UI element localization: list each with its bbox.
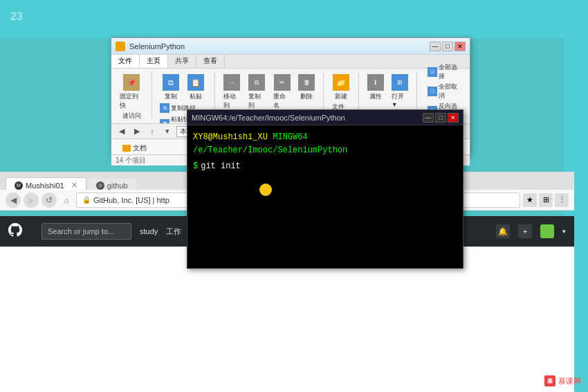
win-controls: — □ ✕ — [430, 42, 466, 51]
back-button[interactable]: ◀ — [116, 125, 128, 138]
select-all-btn[interactable]: ☑ 全部选择 — [425, 62, 464, 82]
tab-label-github: github — [107, 181, 128, 190]
cmd-command-text: git init — [201, 160, 241, 173]
watermark: 慕 慕课网 — [544, 375, 581, 386]
new-folder-label: 新建 — [335, 92, 347, 101]
browser-back-btn[interactable]: ◀ — [6, 193, 21, 208]
minimize-button[interactable]: — — [430, 42, 441, 51]
explorer-sidebar: 文档 图片 Download SeleniumPytho 工作流程 学会Git玩… — [111, 139, 187, 154]
cmd-prompt-symbol: $ — [193, 160, 198, 173]
cmd-close-btn[interactable]: ✕ — [448, 113, 459, 123]
browser-action-icons: ★ ⊞ ⋮ — [523, 193, 569, 207]
properties-icon: ℹ — [367, 74, 384, 91]
open-icon: ⊞ — [392, 74, 408, 91]
more-icon[interactable]: ⋮ — [555, 193, 569, 207]
rename-icon: ✏ — [274, 74, 291, 91]
header-link-work[interactable]: 工作 — [166, 226, 181, 237]
extensions-icon[interactable]: ⊞ — [539, 193, 553, 207]
bookmark-icon[interactable]: ★ — [523, 193, 537, 207]
paste-btn[interactable]: 📋 粘贴 — [185, 73, 207, 103]
cmd-terminal-window: MINGW64:/e/Teacher/Imooc/SeleniumPython … — [187, 109, 463, 269]
teal-background — [0, 0, 588, 38]
move-btn[interactable]: → 移动到 — [221, 73, 244, 112]
status-text: 14 个项目 — [116, 156, 146, 166]
pin-quick-access-btn[interactable]: 📌 固定到快 速访问 — [117, 73, 146, 122]
delete-icon: 🗑 — [298, 74, 315, 91]
browser-forward-btn[interactable]: ▶ — [24, 193, 39, 208]
ribbon-tab-view[interactable]: 查看 — [196, 55, 225, 68]
select-all-label: 全部选择 — [439, 63, 462, 81]
rename-label: 重命名 — [273, 92, 291, 110]
copy2-btn[interactable]: ⧉ 复制到 — [246, 73, 268, 112]
ribbon-group-pin: 📌 固定到快 速访问 — [117, 73, 152, 118]
header-search-box[interactable]: Search or jump to... — [42, 223, 131, 240]
explorer-title-text: SeleniumPython — [129, 42, 430, 51]
close-button[interactable]: ✕ — [454, 42, 466, 51]
ribbon-tab-home[interactable]: 主页 — [140, 55, 168, 68]
browser-home-btn[interactable]: ⌂ — [59, 193, 73, 207]
cmd-user: XY8@Mushishi_XU — [193, 132, 268, 142]
select-all-icon: ☑ — [428, 67, 437, 77]
new-folder-icon: 📁 — [333, 74, 349, 91]
delete-label: 删除 — [300, 92, 313, 101]
tree-documents[interactable]: 文档 — [114, 142, 184, 154]
watermark-text: 慕课网 — [558, 376, 581, 386]
cmd-controls: — □ ✕ — [423, 113, 459, 123]
rename-btn[interactable]: ✏ 重命名 — [270, 73, 293, 112]
copy-path-icon: ⧉ — [160, 103, 169, 113]
copy2-icon: ⧉ — [248, 74, 265, 91]
watermark-logo: 慕 — [544, 375, 555, 386]
github-logo[interactable] — [8, 223, 22, 240]
cancel-all-btn[interactable]: ☐ 全部取消 — [425, 82, 464, 101]
recent-button[interactable]: ▾ — [161, 125, 174, 138]
ribbon-tab-share[interactable]: 共享 — [168, 55, 196, 68]
avatar-dropdown-arrow[interactable]: ▾ — [562, 228, 566, 235]
bell-icon[interactable]: 🔔 — [496, 224, 510, 238]
plus-icon[interactable]: + — [518, 224, 532, 238]
cmd-prompt-line: $ git init — [193, 160, 457, 173]
cancel-all-label: 全部取消 — [439, 82, 462, 100]
forward-button[interactable]: ▶ — [131, 125, 143, 138]
ribbon-tab-file[interactable]: 文件 — [111, 55, 140, 68]
tree-label: 文档 — [133, 143, 147, 153]
paste-label: 粘贴 — [190, 92, 202, 101]
lock-icon: 🔒 — [82, 196, 91, 204]
paste-icon: 📋 — [187, 74, 204, 91]
inactive-tab[interactable]: ⊙ github — [88, 179, 136, 190]
move-icon: → — [223, 74, 240, 91]
browser-refresh-btn[interactable]: ↺ — [42, 193, 57, 208]
tab-favicon-active: M — [15, 181, 23, 190]
maximize-button[interactable]: □ — [442, 42, 453, 51]
paste-shortcut-icon: 📋 — [160, 119, 169, 124]
properties-btn[interactable]: ℹ 属性 — [365, 73, 387, 109]
cmd-title-bar: MINGW64:/e/Teacher/Imooc/SeleniumPython … — [187, 110, 463, 125]
open-btn[interactable]: ⊞ 打开▼ — [389, 73, 411, 109]
open-label2: 打开▼ — [392, 92, 408, 108]
url-text: GitHub, Inc. [US] | http — [93, 196, 169, 204]
cmd-maximize-btn[interactable]: □ — [435, 113, 446, 123]
cancel-all-icon: ☐ — [428, 87, 437, 96]
delete-btn[interactable]: 🗑 删除 — [295, 73, 318, 112]
yellow-dot-indicator — [259, 184, 272, 196]
explorer-title-bar: SeleniumPython — □ ✕ — [111, 38, 470, 55]
github-logo-svg — [8, 223, 22, 237]
header-link-study[interactable]: study — [140, 227, 158, 235]
cmd-title-text: MINGW64:/e/Teacher/Imooc/SeleniumPython — [192, 114, 423, 122]
tab-close-active[interactable]: ✕ — [71, 181, 77, 190]
move-label: 移动到 — [223, 92, 241, 110]
cmd-line-1: XY8@Mushishi_XU MINGW64 /e/Teacher/Imooc… — [193, 131, 457, 157]
pin-icon: 📌 — [123, 74, 140, 91]
pin-label2: 速访问 — [122, 112, 141, 121]
user-avatar-small[interactable] — [540, 224, 554, 238]
properties-label: 属性 — [369, 92, 382, 101]
active-tab[interactable]: M Mushishi01 ✕ — [6, 177, 86, 190]
copy-btn[interactable]: ⧉ 复制 — [160, 73, 182, 103]
copy-label: 复制 — [165, 92, 177, 101]
cmd-minimize-btn[interactable]: — — [423, 113, 434, 123]
search-placeholder: Search or jump to... — [48, 227, 114, 235]
explorer-folder-icon — [116, 42, 125, 51]
folder-icon — [122, 145, 131, 152]
cmd-body: XY8@Mushishi_XU MINGW64 /e/Teacher/Imooc… — [187, 125, 463, 179]
up-button[interactable]: ↑ — [146, 125, 158, 138]
copy2-label: 复制到 — [248, 92, 266, 110]
